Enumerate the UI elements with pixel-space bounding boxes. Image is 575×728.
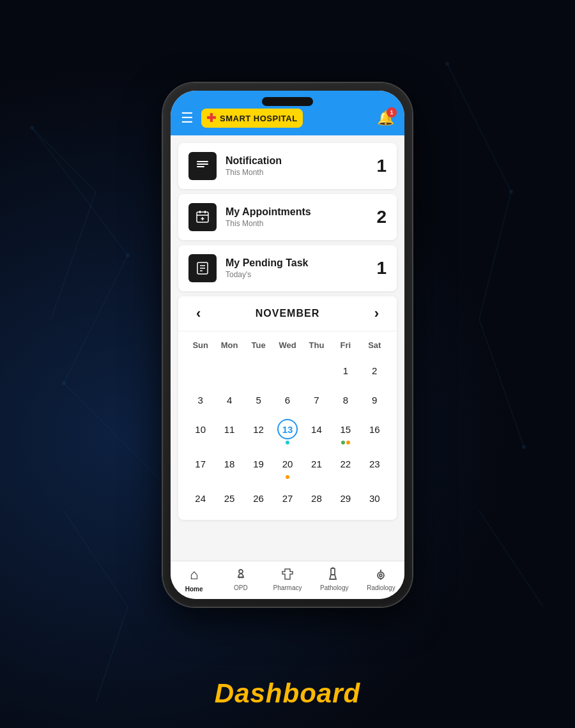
appointment-icon [195,209,210,225]
header-left: ☰ ✚ SMART HOSPITAL [181,109,303,128]
appointment-icon-box [188,203,217,231]
calendar-day-cell[interactable]: 30 [360,484,389,512]
calendar-day-number [277,360,298,381]
calendar-day-cell[interactable]: 28 [302,484,331,512]
phone-frame: ☰ ✚ SMART HOSPITAL 🔔 1 [163,83,412,607]
appointments-count: 2 [376,207,387,227]
pathology-icon [326,566,342,582]
nav-home[interactable]: ⌂ Home [171,566,217,593]
svg-line-5 [447,64,511,192]
notification-badge: 1 [387,107,397,118]
svg-line-9 [96,607,128,702]
calendar-day-cell[interactable]: 26 [244,484,273,512]
calendar-day-number: 12 [249,419,269,439]
calendar-day-cell[interactable]: 16 [360,415,389,448]
opd-icon [233,566,249,582]
calendar-day-cell[interactable]: 23 [360,450,389,483]
calendar-day-cell [186,356,215,384]
svg-line-7 [479,319,524,447]
svg-point-34 [379,574,382,577]
phone-notch [262,97,313,106]
calendar-day-number: 26 [249,488,269,508]
day-header-sat: Sat [360,337,389,354]
calendar-day-cell[interactable]: 13 [273,415,302,448]
calendar-day-cell[interactable]: 6 [273,386,302,414]
day-header-wed: Wed [273,337,302,354]
calendar-day-cell[interactable]: 9 [360,386,389,414]
calendar-dot-green [341,441,345,444]
calendar-day-cell[interactable]: 14 [302,415,331,448]
calendar-day-cell[interactable]: 3 [186,386,215,414]
calendar-day-number: 28 [306,488,326,508]
calendar-day-cell[interactable]: 10 [186,415,215,448]
calendar-day-number: 11 [219,419,240,439]
calendar-day-cell[interactable]: 22 [331,450,360,483]
notification-title: Notification [226,155,282,167]
nav-pharmacy[interactable]: Pharmacy [264,566,310,593]
nav-radiology[interactable]: Radiology [358,566,404,593]
pharmacy-label: Pharmacy [273,584,302,591]
calendar-day-number: 23 [364,453,385,474]
calendar-prev-button[interactable]: ‹ [191,305,206,322]
svg-point-14 [445,62,449,66]
calendar-day-cell[interactable]: 8 [331,386,360,414]
svg-point-30 [239,570,243,573]
calendar-grid: Sun Mon Tue Wed Thu Fri Sat 123456789101… [178,331,397,520]
day-header-sun: Sun [186,337,215,354]
calendar-day-cell[interactable]: 25 [215,484,243,512]
nav-pathology[interactable]: Pathology [311,566,358,593]
calendar-day-cell[interactable]: 29 [331,484,360,512]
calendar-day-number: 17 [190,453,211,474]
calendar-day-number: 18 [219,453,240,474]
calendar-day-number: 5 [249,390,269,410]
calendar-month-title: NOVEMBER [256,308,319,319]
radiology-icon [373,566,388,582]
calendar-day-dots [286,475,289,479]
calendar-day-number: 6 [277,390,298,410]
calendar-days: 1234567891011121314151617181920212223242… [186,356,389,512]
app-content: Notification This Month 1 [171,135,404,561]
calendar-day-cell[interactable]: 20 [273,450,302,483]
day-header-thu: Thu [302,337,331,354]
calendar-day-cell[interactable]: 15 [331,415,360,448]
calendar-day-number: 10 [190,419,211,439]
calendar-day-cell[interactable]: 7 [302,386,331,414]
logo-text: SMART HOSPITAL [220,114,298,123]
menu-icon[interactable]: ☰ [181,110,194,126]
calendar-day-cell[interactable]: 2 [360,356,389,384]
calendar-day-cell[interactable]: 21 [302,450,331,483]
calendar-day-cell[interactable]: 19 [244,450,273,483]
calendar-day-cell[interactable]: 4 [215,386,243,414]
pending-task-card[interactable]: My Pending Task Today's 1 [178,245,397,291]
calendar-day-number: 1 [335,360,356,381]
pharmacy-icon [280,566,295,582]
calendar-header: ‹ NOVEMBER › [178,296,397,331]
nav-opd[interactable]: OPD [217,566,264,593]
calendar-day-cell[interactable]: 1 [331,356,360,384]
svg-point-13 [62,381,66,385]
appointments-card[interactable]: My Appointments This Month 2 [178,194,397,240]
task-icon-box [188,254,217,282]
svg-point-33 [378,572,384,579]
svg-point-16 [522,445,526,449]
svg-point-12 [126,254,130,257]
calendar-day-number [190,360,211,381]
calendar-day-cell[interactable]: 12 [244,415,273,448]
notification-card[interactable]: Notification This Month 1 [178,143,397,189]
calendar-day-cell[interactable]: 27 [273,484,302,512]
calendar-day-cell[interactable]: 24 [186,484,215,512]
svg-rect-17 [197,161,208,162]
calendar-day-number: 19 [249,453,269,474]
svg-rect-19 [197,166,204,167]
phone-device: ☰ ✚ SMART HOSPITAL 🔔 1 [163,83,412,607]
calendar-day-cell[interactable]: 5 [244,386,273,414]
calendar-day-cell[interactable]: 18 [215,450,243,483]
calendar-day-cell[interactable]: 17 [186,450,215,483]
calendar-dot-teal [286,441,289,444]
calendar-day-cell[interactable]: 11 [215,415,243,448]
calendar-next-button[interactable]: › [369,305,384,322]
calendar-day-number: 9 [364,390,385,410]
svg-point-15 [509,190,513,193]
calendar-day-number: 29 [335,488,356,508]
calendar-day-number: 14 [306,419,326,439]
